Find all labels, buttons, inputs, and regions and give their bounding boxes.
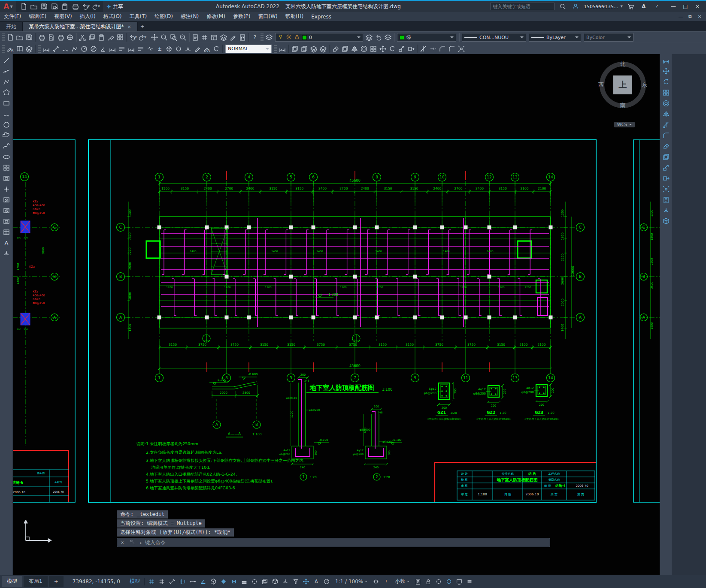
compass-north-label[interactable]: 北 (620, 60, 626, 68)
minimize-button[interactable]: — (667, 3, 679, 9)
menu-Express[interactable]: Express (307, 12, 335, 21)
zoom-window-button[interactable] (169, 33, 178, 42)
add-selected-button[interactable] (2, 249, 11, 258)
menu-插入I[interactable]: 插入(I) (76, 12, 100, 21)
dim-edit-button[interactable] (193, 44, 202, 54)
undo-button[interactable]: ▼ (128, 33, 137, 42)
isodraft-toggle[interactable] (208, 576, 218, 587)
save-as-button[interactable] (50, 2, 59, 11)
snap-mode-toggle[interactable] (157, 576, 167, 587)
layer-isolate-button[interactable] (383, 33, 393, 42)
dim-continue-button[interactable] (127, 44, 136, 54)
copy-clip-button[interactable] (87, 33, 97, 42)
hatch-button[interactable] (2, 195, 11, 205)
model-paper-toggle[interactable]: 模型 (127, 578, 142, 585)
trim-button[interactable] (419, 44, 428, 54)
new-tab-button[interactable]: + (138, 22, 147, 31)
dim-linear-button[interactable] (42, 44, 51, 54)
draw-order-below-button[interactable] (318, 44, 328, 54)
redo-button[interactable]: ▼ (137, 33, 147, 42)
open-button[interactable] (15, 33, 24, 42)
rectangle-button[interactable] (2, 99, 11, 108)
new-file-button[interactable] (19, 2, 28, 11)
dim-inspect-button[interactable] (174, 44, 183, 54)
lineweight-control-dropdown[interactable]: ByLayer (529, 33, 581, 42)
workspace-switching-button[interactable] (371, 576, 381, 587)
transparency-toggle[interactable] (249, 576, 260, 587)
compass-south-label[interactable]: 南 (620, 102, 626, 109)
properties-button[interactable] (191, 33, 200, 42)
explode-button[interactable] (457, 44, 466, 54)
measure-button[interactable] (661, 56, 671, 65)
rotate-button[interactable] (661, 77, 671, 87)
infer-constraints-toggle[interactable] (167, 576, 177, 587)
close-button[interactable]: × (691, 3, 703, 9)
chamfer-button[interactable] (438, 44, 447, 54)
ortho-mode-toggle[interactable] (188, 576, 198, 587)
3d-object-snap-toggle[interactable] (270, 576, 280, 587)
dim-aligned-button[interactable] (51, 44, 61, 54)
draw-order-front-button[interactable] (290, 44, 300, 54)
layer-states-button[interactable] (364, 33, 374, 42)
dim-break-button[interactable] (145, 44, 155, 54)
save-button[interactable] (24, 33, 34, 42)
match-properties-button[interactable] (106, 33, 115, 42)
markup-button[interactable] (228, 33, 238, 42)
layer-on-icon[interactable] (278, 34, 284, 41)
model-space-canvas[interactable]: 12456891012131413579111314CCBBAA15003150… (13, 54, 660, 575)
insert-block-button[interactable] (2, 163, 11, 172)
dim-text-edit-button[interactable]: A (202, 44, 212, 54)
menu-标注N[interactable]: 标注(N) (177, 12, 203, 21)
add-layout-tab[interactable]: + (49, 576, 64, 587)
search-icon[interactable] (558, 2, 567, 11)
command-close-icon[interactable]: × (117, 540, 127, 546)
gizmo-toggle-toggle[interactable] (301, 576, 311, 587)
make-block-button[interactable] (2, 174, 11, 183)
dim-arc-length-button[interactable] (61, 44, 70, 54)
search-input[interactable] (490, 3, 554, 10)
autodesk-app-icon[interactable]: A (639, 2, 648, 11)
menu-窗口W[interactable]: 窗口(W) (255, 12, 282, 21)
application-menu-button[interactable]: A▼ (0, 1, 16, 12)
polyline-button[interactable] (2, 77, 11, 87)
menu-参数P[interactable]: 参数(P) (229, 12, 255, 21)
multiline-text-button[interactable]: A (2, 238, 11, 247)
tab-close-icon[interactable]: × (127, 24, 131, 30)
spline-button[interactable] (2, 142, 11, 151)
autoscale-annotation-toggle[interactable] (321, 576, 332, 587)
tab-start[interactable]: 开始 (0, 22, 23, 31)
dim-jogged-button[interactable] (183, 44, 193, 54)
dynamic-input-toggle[interactable] (177, 576, 188, 587)
rotate-button[interactable] (388, 44, 397, 54)
point-button[interactable] (2, 184, 11, 194)
toolbar-grip[interactable] (2, 33, 5, 41)
line-button[interactable] (2, 56, 11, 65)
tool-palettes-button[interactable] (209, 33, 219, 42)
zoom-realtime-button[interactable] (159, 33, 169, 42)
stretch-button[interactable] (661, 174, 671, 183)
draw-order-above-button[interactable] (309, 44, 318, 54)
dim-space-button[interactable] (136, 44, 145, 54)
transfer-button[interactable] (60, 2, 70, 11)
quick-calc-button[interactable] (238, 33, 247, 42)
tolerance-button[interactable]: ± (155, 44, 164, 54)
doc-close-button[interactable]: × (695, 14, 704, 19)
paste-clip-button[interactable] (97, 33, 106, 42)
menu-文件F[interactable]: 文件(F) (0, 12, 25, 21)
explode-button[interactable] (661, 184, 671, 194)
maximize-button[interactable]: □ (679, 3, 691, 9)
ucs-button[interactable] (661, 206, 671, 215)
fillet-button[interactable] (661, 131, 671, 140)
quick-properties-button[interactable] (413, 576, 423, 587)
model-tab[interactable]: 模型 (2, 576, 22, 587)
dim-style-dropdown[interactable]: NORMAL (225, 45, 272, 53)
command-wrench-icon[interactable] (127, 539, 138, 546)
undo-button[interactable]: ▼ (81, 2, 90, 11)
doc-minimize-button[interactable]: — (676, 14, 685, 19)
lock-ui-button[interactable] (423, 576, 433, 587)
clean-screen-button[interactable] (454, 576, 464, 587)
graphics-performance-button[interactable] (444, 576, 454, 587)
construction-line-button[interactable] (2, 66, 11, 76)
menu-帮助H[interactable]: 帮助(H) (282, 12, 307, 21)
view-cube[interactable]: 北 南 西 东 上 (598, 60, 648, 110)
